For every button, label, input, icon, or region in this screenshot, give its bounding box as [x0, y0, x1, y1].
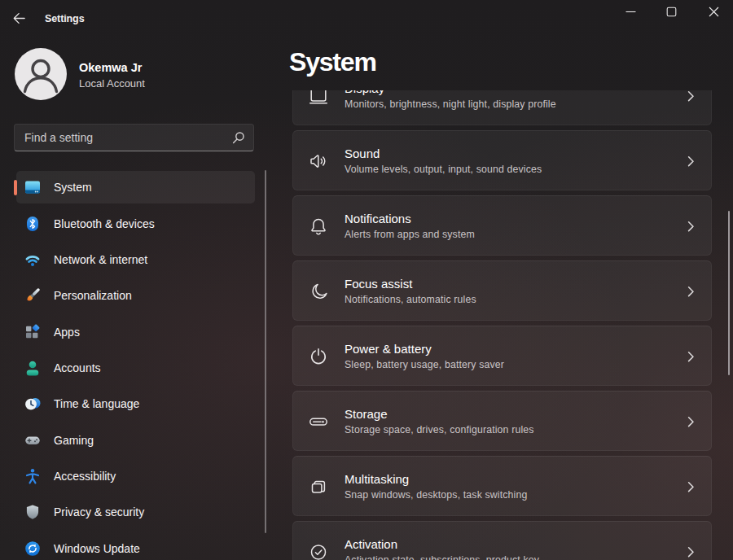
card-multitasking[interactable]: Multitasking Snap windows, desktops, tas… [292, 456, 712, 516]
card-notifications[interactable]: Notifications Alerts from apps and syste… [292, 195, 712, 256]
display-icon [309, 90, 328, 106]
sidebar-item-accounts[interactable]: Accounts [16, 352, 255, 384]
sidebar-item-label: Privacy & security [54, 496, 144, 528]
system-icon [24, 179, 41, 195]
network-icon [24, 252, 41, 268]
maximize-icon [666, 7, 677, 17]
activation-icon [309, 542, 328, 560]
sidebar-item-bluetooth-devices[interactable]: Bluetooth & devices [16, 208, 255, 240]
personalization-icon [24, 287, 41, 304]
sidebar-scrollbar[interactable] [265, 170, 266, 533]
card-title: Display [345, 90, 384, 97]
card-activation[interactable]: Activation Activation state, subscriptio… [292, 521, 712, 560]
card-subtitle: Monitors, brightness, night light, displ… [345, 98, 556, 112]
card-title: Notifications [345, 211, 411, 227]
storage-icon [309, 412, 328, 431]
card-subtitle: Storage space, drives, configuration rul… [345, 423, 534, 437]
avatar [15, 48, 67, 100]
close-icon [709, 7, 719, 17]
minimize-button[interactable] [612, 0, 649, 24]
card-storage[interactable]: Storage Storage space, drives, configura… [292, 391, 712, 451]
card-subtitle: Alerts from apps and system [345, 228, 475, 242]
titlebar: Settings [0, 0, 733, 36]
search-placeholder: Find a setting [24, 125, 93, 152]
back-button[interactable] [12, 11, 27, 26]
power-battery-icon [309, 347, 328, 366]
gaming-icon [24, 432, 41, 448]
card-title: Power & battery [345, 341, 432, 357]
sidebar-item-system[interactable]: System [16, 171, 255, 203]
sidebar-item-network-internet[interactable]: Network & internet [16, 243, 255, 276]
card-display[interactable]: Display Monitors, brightness, night ligh… [292, 90, 712, 125]
sidebar-item-gaming[interactable]: Gaming [16, 424, 255, 457]
search-input[interactable]: Find a setting [14, 124, 254, 151]
sidebar-item-label: Windows Update [54, 532, 140, 560]
sound-icon [309, 151, 328, 171]
sidebar-item-label: Gaming [54, 424, 94, 457]
account-name: Okemwa Jr [79, 60, 142, 75]
card-focus-assist[interactable]: Focus assist Notifications, automatic ru… [292, 260, 712, 321]
sidebar-item-label: Personalization [54, 279, 132, 312]
chevron-right-icon [684, 545, 697, 558]
apps-icon [24, 324, 41, 340]
chevron-right-icon [684, 285, 697, 298]
sidebar-item-time-language[interactable]: Time & language [16, 387, 255, 420]
app-title: Settings [45, 13, 85, 24]
card-title: Activation [345, 536, 397, 553]
sidebar-item-windows-update[interactable]: Windows Update [16, 532, 255, 560]
sidebar-item-label: Time & language [54, 387, 139, 420]
chevron-right-icon [684, 350, 697, 363]
account-type: Local Account [79, 77, 145, 90]
sidebar-item-label: System [54, 171, 92, 203]
sidebar-item-privacy-security[interactable]: Privacy & security [16, 496, 255, 528]
sidebar-item-label: Bluetooth & devices [54, 208, 155, 240]
chevron-right-icon [684, 480, 697, 493]
card-title: Sound [345, 146, 380, 162]
sidebar-item-label: Network & internet [54, 243, 147, 276]
sidebar-item-label: Apps [54, 316, 80, 348]
chevron-right-icon [684, 90, 697, 103]
sidebar-item-label: Accounts [54, 352, 101, 384]
sidebar-item-apps[interactable]: Apps [16, 316, 255, 348]
card-title: Storage [345, 406, 388, 422]
notifications-icon [309, 217, 328, 236]
main-scrollbar[interactable] [728, 211, 730, 375]
sidebar-item-personalization[interactable]: Personalization [16, 279, 255, 312]
selected-indicator [14, 180, 17, 195]
bluetooth-icon [24, 216, 41, 232]
card-subtitle: Snap windows, desktops, task switching [345, 488, 527, 502]
multitasking-icon [309, 477, 328, 497]
search-icon[interactable] [231, 131, 245, 145]
card-subtitle: Volume levels, output, input, sound devi… [345, 163, 542, 177]
chevron-right-icon [684, 155, 697, 168]
maximize-button[interactable] [652, 0, 690, 24]
person-icon [15, 48, 67, 100]
card-title: Focus assist [345, 276, 412, 292]
time-language-icon [24, 396, 41, 412]
page-title: System [289, 46, 376, 77]
accounts-icon [24, 360, 41, 376]
focus-assist-icon [309, 282, 328, 301]
back-arrow-icon [12, 11, 26, 25]
card-subtitle: Activation state, subscriptions, product… [345, 553, 539, 560]
sidebar-item-accessibility[interactable]: Accessibility [16, 460, 255, 492]
card-power-battery[interactable]: Power & battery Sleep, battery usage, ba… [292, 326, 712, 386]
card-sound[interactable]: Sound Volume levels, output, input, soun… [292, 130, 712, 190]
card-title: Multitasking [345, 471, 409, 488]
sidebar-item-label: Accessibility [54, 460, 116, 492]
card-subtitle: Notifications, automatic rules [345, 293, 476, 307]
settings-list: Display Monitors, brightness, night ligh… [277, 90, 723, 560]
accessibility-icon [24, 468, 41, 484]
close-button[interactable] [695, 0, 732, 24]
card-subtitle: Sleep, battery usage, battery saver [345, 358, 504, 372]
windows-update-icon [24, 540, 41, 557]
chevron-right-icon [684, 415, 697, 428]
chevron-right-icon [684, 220, 697, 233]
privacy-icon [24, 504, 41, 520]
minimize-icon [625, 7, 636, 17]
